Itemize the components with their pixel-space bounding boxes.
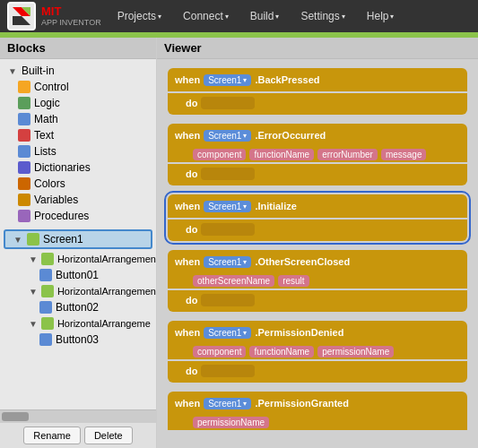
dropdown-icon: ▾ bbox=[243, 258, 247, 266]
category-text[interactable]: Text bbox=[0, 127, 156, 143]
block-do-osc: do bbox=[168, 290, 467, 312]
nav-settings[interactable]: Settings ▾ bbox=[295, 6, 350, 26]
block-otherscreenclosed: when Screen1 ▾ .OtherScreenClosed otherS… bbox=[168, 250, 467, 312]
component-button03[interactable]: Button03 bbox=[0, 332, 156, 348]
chip-permissionname-pg: permissionName bbox=[193, 417, 269, 428]
component-button01[interactable]: Button01 bbox=[0, 267, 156, 283]
screen-chip-osc[interactable]: Screen1 ▾ bbox=[204, 256, 251, 268]
procedures-icon bbox=[18, 210, 30, 222]
category-dictionaries[interactable]: Dictionaries bbox=[0, 159, 156, 176]
block-initialize: when Screen1 ▾ .Initialize do bbox=[168, 194, 467, 241]
chevron-down-icon: ▾ bbox=[158, 13, 161, 21]
variables-icon bbox=[18, 194, 30, 206]
do-slot-initialize bbox=[201, 223, 255, 236]
dropdown-icon: ▾ bbox=[243, 76, 247, 84]
chevron-down-icon: ▾ bbox=[275, 13, 279, 21]
category-control[interactable]: Control bbox=[0, 79, 156, 95]
block-do-initialize: do bbox=[168, 220, 467, 241]
category-lists[interactable]: Lists bbox=[0, 143, 156, 159]
block-when-backpressed[interactable]: when Screen1 ▾ .BackPressed bbox=[168, 68, 467, 91]
blocks-bottom-bar: Rename Delete bbox=[0, 422, 156, 448]
lists-icon bbox=[18, 145, 30, 158]
chevron-down-icon: ▾ bbox=[342, 13, 345, 21]
block-when-initialize[interactable]: when Screen1 ▾ .Initialize bbox=[168, 194, 467, 218]
btn01-icon bbox=[39, 269, 52, 281]
chip-permissionname-pd: permissionName bbox=[317, 346, 394, 358]
nav-build[interactable]: Build ▾ bbox=[245, 6, 285, 26]
block-when-pd[interactable]: when Screen1 ▾ .PermissionDenied bbox=[168, 321, 467, 344]
screen-chip-backpressed[interactable]: Screen1 ▾ bbox=[204, 74, 251, 86]
logo-text: MIT APP INVENTOR bbox=[41, 4, 101, 28]
do-slot-error bbox=[201, 168, 255, 180]
category-logic[interactable]: Logic bbox=[0, 95, 156, 111]
expand-icon: ▼ bbox=[13, 235, 23, 245]
rename-button[interactable]: Rename bbox=[23, 426, 81, 444]
block-erroroccurred: when Screen1 ▾ .ErrorOccurred component … bbox=[168, 124, 467, 185]
main-content: Blocks ▼ Built-in Control Logic Math Te bbox=[0, 38, 478, 448]
screen-chip-initialize[interactable]: Screen1 ▾ bbox=[204, 201, 251, 212]
chevron-down-icon: ▾ bbox=[390, 13, 394, 21]
horizontal-scrollbar[interactable] bbox=[0, 409, 156, 422]
text-icon bbox=[18, 129, 30, 142]
blocks-header: Blocks bbox=[0, 38, 156, 59]
do-slot-osc bbox=[201, 294, 255, 306]
dictionaries-icon bbox=[18, 161, 30, 174]
block-chips-error: component functionName errorNumber messa… bbox=[168, 147, 467, 162]
logo-box bbox=[7, 2, 36, 30]
viewer-header: Viewer bbox=[157, 38, 478, 59]
block-do-pd: do bbox=[168, 361, 467, 383]
ha3-icon bbox=[41, 317, 54, 330]
do-slot-backpressed bbox=[201, 97, 255, 109]
expand-icon: ▼ bbox=[29, 254, 38, 264]
block-chips-osc: otherScreenName result bbox=[168, 273, 467, 289]
dropdown-icon: ▾ bbox=[243, 400, 247, 408]
scrollbar-thumb[interactable] bbox=[2, 412, 29, 421]
ha2-icon bbox=[41, 285, 54, 297]
component-screen1[interactable]: ▼ Screen1 bbox=[4, 229, 152, 249]
dropdown-icon: ▾ bbox=[243, 132, 247, 140]
block-chips-pg: permissionName bbox=[168, 415, 467, 430]
block-do-backpressed: do bbox=[168, 93, 467, 115]
chip-component-pd: component bbox=[193, 346, 246, 358]
delete-button[interactable]: Delete bbox=[84, 426, 133, 444]
control-icon bbox=[18, 81, 30, 93]
block-backpressed: when Screen1 ▾ .BackPressed do bbox=[168, 68, 467, 115]
viewer-content[interactable]: when Screen1 ▾ .BackPressed do when bbox=[157, 59, 478, 448]
chip-otherscreenname: otherScreenName bbox=[193, 275, 274, 287]
category-math[interactable]: Math bbox=[0, 111, 156, 127]
category-procedures[interactable]: Procedures bbox=[0, 208, 156, 224]
chevron-down-icon: ▾ bbox=[225, 13, 229, 21]
screen-chip-pg[interactable]: Screen1 ▾ bbox=[204, 398, 251, 409]
block-chips-pd: component functionName permissionName bbox=[168, 344, 467, 359]
topbar: MIT APP INVENTOR Projects ▾ Connect ▾ Bu… bbox=[0, 0, 478, 32]
builtin-label: Built-in bbox=[22, 65, 55, 77]
expand-icon: ▼ bbox=[29, 319, 38, 329]
block-when-error[interactable]: when Screen1 ▾ .ErrorOccurred bbox=[168, 124, 467, 147]
blocks-tree: ▼ Built-in Control Logic Math Text L bbox=[0, 59, 156, 409]
dropdown-icon: ▾ bbox=[243, 202, 247, 211]
nav-projects[interactable]: Projects ▾ bbox=[112, 6, 167, 26]
category-variables[interactable]: Variables bbox=[0, 192, 156, 208]
chip-functionname: functionName bbox=[249, 149, 314, 160]
chip-result: result bbox=[278, 275, 309, 287]
dropdown-icon: ▾ bbox=[243, 329, 247, 337]
viewer-panel: Viewer when Screen1 ▾ .BackPressed do bbox=[157, 38, 478, 448]
block-when-osc[interactable]: when Screen1 ▾ .OtherScreenClosed bbox=[168, 250, 467, 273]
block-when-pg[interactable]: when Screen1 ▾ .PermissionGranted bbox=[168, 392, 467, 415]
block-permissiongranted: when Screen1 ▾ .PermissionGranted permis… bbox=[168, 392, 467, 430]
screen-chip-pd[interactable]: Screen1 ▾ bbox=[204, 327, 251, 339]
chip-functionname-pd: functionName bbox=[249, 346, 314, 358]
block-do-error: do bbox=[168, 164, 467, 185]
component-horizontal1[interactable]: ▼ HorizontalArrangement bbox=[0, 251, 156, 267]
component-button02[interactable]: Button02 bbox=[0, 299, 156, 315]
category-colors[interactable]: Colors bbox=[0, 176, 156, 192]
nav-connect[interactable]: Connect ▾ bbox=[178, 6, 234, 26]
btn03-icon bbox=[39, 333, 52, 346]
chip-message: message bbox=[381, 149, 427, 160]
nav-help[interactable]: Help ▾ bbox=[361, 6, 400, 26]
screen-chip-error[interactable]: Screen1 ▾ bbox=[204, 130, 251, 142]
component-horizontal3[interactable]: ▼ HorizontalArrangeme bbox=[0, 315, 156, 332]
builtin-section[interactable]: ▼ Built-in bbox=[0, 63, 156, 79]
blocks-panel: Blocks ▼ Built-in Control Logic Math Te bbox=[0, 38, 157, 448]
component-horizontal2[interactable]: ▼ HorizontalArrangemen bbox=[0, 283, 156, 299]
